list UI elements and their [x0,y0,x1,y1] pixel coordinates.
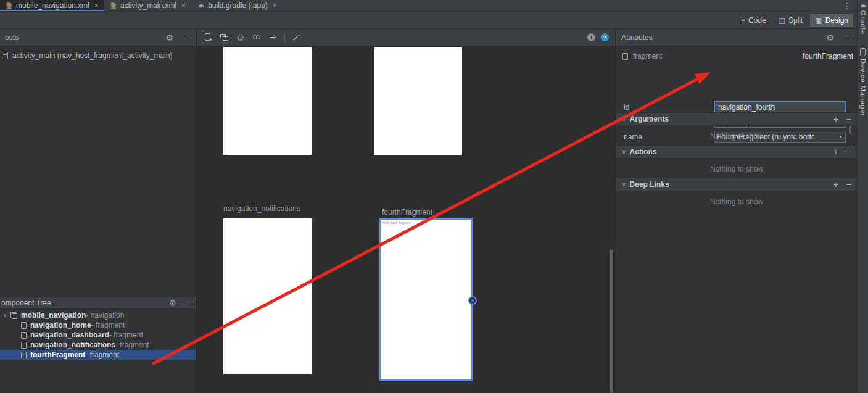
home-icon[interactable] [236,33,245,42]
new-destination-icon[interactable] [204,33,213,42]
chevron-down-icon[interactable]: ∨ [622,149,626,155]
nested-graph-icon[interactable] [220,33,229,42]
left-panel: osts ⚙ — activity_main (nav_host_fragmen… [0,29,197,393]
close-icon[interactable]: × [273,1,277,10]
add-action-button[interactable]: + [833,147,838,156]
add-deep-link-button[interactable]: + [833,180,838,189]
chevron-down-icon[interactable]: ∨ [622,116,626,122]
tree-item-name: fourthFragment [30,350,85,359]
tree-item-type: - navigation [86,311,124,320]
right-tool-window-strip: Gradle Device Manager [857,0,868,393]
minimize-icon[interactable]: — [186,299,194,307]
tree-item-navigation-dashboard[interactable]: navigation_dashboard - fragment [0,330,196,340]
tab-mobile-navigation-xml[interactable]: mobile_navigation.xml × [0,0,104,11]
remove-deep-link-button[interactable]: − [846,180,851,189]
fragment-icon [21,332,27,339]
component-tree-title: omponent Tree [1,299,51,307]
selected-component-row: fragment fourthFragment [616,46,857,64]
action-arrow-icon[interactable] [268,33,278,42]
help-icon[interactable]: ? [601,33,609,41]
remove-argument-button[interactable]: − [846,115,851,123]
attributes-panel-header: Attributes ⚙ — [616,29,857,46]
gradle-elephant-icon[interactable] [859,2,867,9]
tree-item-navigation-notifications[interactable]: navigation_notifications - fragment [0,340,196,350]
host-item-activity-main[interactable]: activity_main (nav_host_fragment_activit… [0,46,196,60]
tab-label: mobile_navigation.xml [16,1,89,10]
canvas-vertical-scrollbar[interactable] [610,249,613,393]
host-item-label: activity_main (nav_host_fragment_activit… [12,51,172,60]
tree-item-name: navigation_notifications [30,341,115,349]
actions-section-title: Actions [630,147,657,156]
fragment-icon [21,352,27,358]
split-mode-button[interactable]: ◫ Split [774,14,808,27]
tree-item-navigation-home[interactable]: navigation_home - fragment [0,320,196,330]
id-field-input[interactable] [714,101,846,114]
code-icon: ≡ [741,16,745,25]
deep-links-empty-text: Nothing to show [616,197,857,206]
close-icon[interactable]: × [181,1,186,10]
auto-arrange-wand-icon[interactable] [292,33,301,42]
device-manager-icon[interactable] [860,48,866,56]
attributes-panel: Attributes ⚙ — fragment fourthFragment i… [616,29,857,393]
tree-item-type: - fragment [109,331,143,339]
tree-item-name: navigation_home [30,321,91,329]
nav-graph-canvas[interactable]: ! ? navigation_notifications fourthFragm… [197,29,615,393]
design-mode-button[interactable]: ▣ Design [810,14,853,27]
nav-graph-icon [10,312,17,319]
component-type-label: fragment [633,52,662,60]
gear-icon[interactable]: ⚙ [826,33,834,42]
tree-item-type: - fragment [115,341,149,349]
tab-activity-main-xml[interactable]: activity_main.xml × [104,0,191,11]
link-icon[interactable] [252,33,262,42]
tree-item-fourth-fragment[interactable]: fourthFragment - fragment [0,350,196,360]
component-tree-header: omponent Tree ⚙ — [0,297,196,309]
minimize-icon[interactable]: — [183,33,191,41]
chevron-down-icon[interactable]: ∨ [3,312,10,318]
deep-links-section-header[interactable]: ∨ Deep Links + − [616,178,857,191]
tree-item-mobile-navigation[interactable]: ∨ mobile_navigation - navigation [0,310,196,320]
tree-item-type: - fragment [91,321,125,329]
action-connection-handle[interactable] [468,296,477,305]
device-manager-tool-window-button[interactable]: Device Manager [859,59,867,117]
destination-fourth-preview-selected[interactable]: Hello blank fragment [379,218,473,381]
toolbar-separator [284,33,285,43]
fragment-icon [21,322,27,329]
actions-section-header[interactable]: ∨ Actions + − [616,145,857,159]
close-icon[interactable]: × [94,1,99,10]
destination-notifications-preview[interactable] [223,218,312,374]
minimize-icon[interactable]: — [844,33,852,41]
id-field-label: id [624,103,629,112]
destination-label-notifications[interactable]: navigation_notifications [223,204,300,213]
remove-action-button[interactable]: − [846,147,851,156]
destination-dashboard-preview[interactable] [374,47,462,155]
gradle-tool-window-button[interactable]: Gradle [859,10,867,35]
design-mode-label: Design [825,16,848,25]
tab-label: activity_main.xml [120,1,176,10]
warning-indicator-icon[interactable]: ! [587,33,595,41]
gear-icon[interactable]: ⚙ [168,299,176,307]
deep-links-section-title: Deep Links [630,180,669,189]
chevron-down-icon[interactable]: ∨ [622,181,626,188]
tree-item-type: - fragment [85,350,119,359]
component-tree-header-wrap: omponent Tree ⚙ — [0,297,196,309]
tab-options-kebab-icon[interactable]: ⋮ [837,0,857,11]
editor-mode-toolbar: ≡ Code ◫ Split ▣ Design [0,12,857,29]
code-mode-button[interactable]: ≡ Code [736,14,771,27]
editor-tab-bar: mobile_navigation.xml × activity_main.xm… [0,0,857,12]
tab-label: build.gradle (:app) [208,1,268,10]
add-argument-button[interactable]: + [833,115,838,123]
split-icon: ◫ [779,16,785,25]
arguments-section-header[interactable]: ∨ Arguments + − [616,112,857,126]
destination-home-preview[interactable] [223,47,312,155]
code-mode-label: Code [748,16,766,25]
design-icon: ▣ [815,16,822,25]
component-tree: ∨ mobile_navigation - navigation navigat… [0,310,196,360]
hosts-panel-title: osts [5,33,19,42]
destination-label-fourth[interactable]: fourthFragment [382,208,432,217]
fragment-icon [622,53,628,60]
gear-icon[interactable]: ⚙ [165,33,173,42]
actions-empty-text: Nothing to show [616,165,857,173]
tab-build-gradle[interactable]: build.gradle (:app) × [191,0,283,11]
activity-icon [2,52,8,59]
xml-file-icon [110,2,117,10]
